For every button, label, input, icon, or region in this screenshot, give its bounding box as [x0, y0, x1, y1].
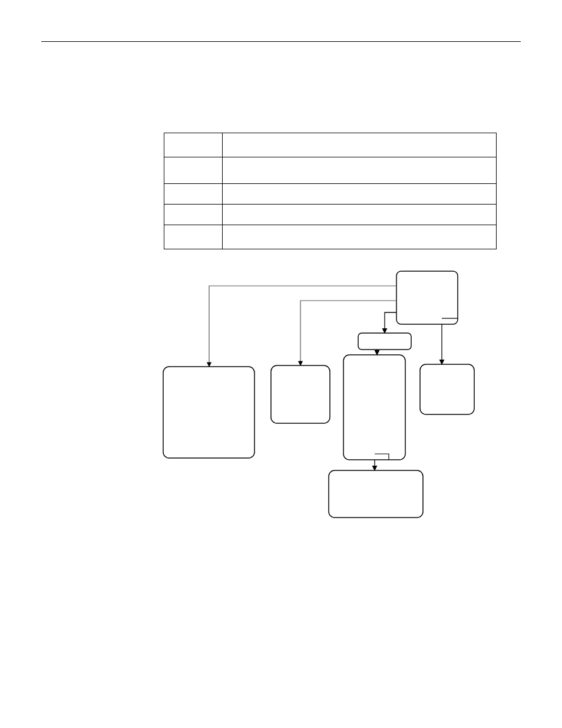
- header-rule: [41, 41, 521, 42]
- table-row: [164, 225, 497, 249]
- table-cell: [164, 184, 223, 205]
- bottom-box: [329, 470, 423, 518]
- table-row: [164, 205, 497, 225]
- flowchart: [0, 0, 562, 728]
- table-cell: [164, 225, 223, 249]
- table-row: [164, 184, 497, 205]
- table-cell: [223, 225, 497, 249]
- small-box: [358, 333, 411, 350]
- table-row: [164, 157, 497, 184]
- child-box-2: [271, 365, 330, 423]
- child-box-4: [420, 364, 474, 414]
- table-cell: [223, 205, 497, 225]
- spec-table: [164, 133, 497, 249]
- child-box-1: [163, 367, 254, 458]
- table-cell: [223, 157, 497, 184]
- connector-root-to-1: [209, 286, 396, 367]
- table-cell: [223, 184, 497, 205]
- root-box: [396, 271, 458, 324]
- table-cell: [164, 205, 223, 225]
- child-box-3: [343, 355, 405, 460]
- table-cell: [164, 157, 223, 184]
- connector-root-to-small: [385, 312, 396, 333]
- table-cell: [164, 133, 223, 157]
- table-row: [164, 133, 497, 157]
- box3-exit-stub: [375, 454, 389, 460]
- connector-root-to-2: [300, 301, 396, 365]
- table-cell: [223, 133, 497, 157]
